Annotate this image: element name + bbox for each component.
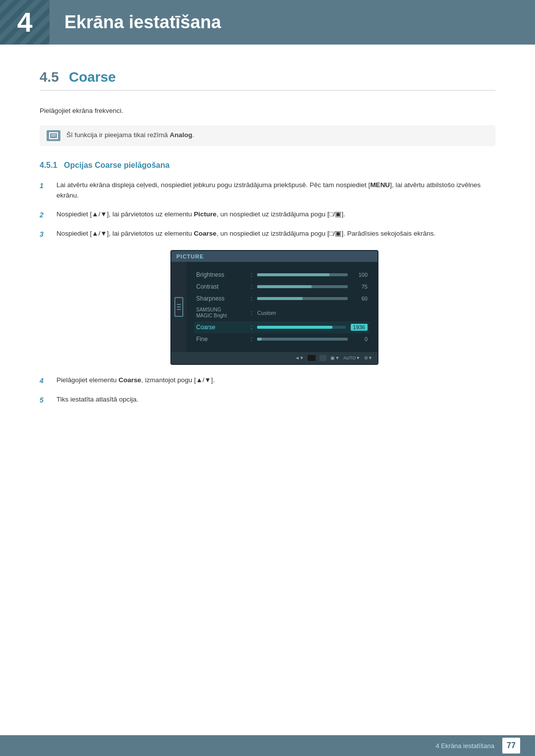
- menu-item-sharpness: Sharpness : 60: [196, 293, 368, 304]
- steps-list-continued: 4 Pielāgojiet elementu Coarse, izmantojo…: [40, 375, 495, 406]
- fine-bar-container: 0: [257, 336, 368, 342]
- fine-label: Fine: [196, 336, 251, 343]
- chapter-header: 4 Ekrāna iestatīšana: [0, 0, 535, 45]
- sharpness-fill: [257, 297, 302, 300]
- list-item: 5 Tiks iestatīta atlasītā opcija.: [40, 394, 495, 405]
- coarse-value: 1936: [351, 324, 368, 331]
- menu-item-contrast: Contrast : 75: [196, 281, 368, 293]
- menu-item-coarse: Coarse : 1936: [194, 321, 370, 333]
- note-icon: [47, 130, 60, 141]
- list-item: 1 Lai atvērtu ekrāna displeja ceļvedi, n…: [40, 180, 495, 201]
- step-content-1: Lai atvērtu ekrāna displeja ceļvedi, nos…: [56, 180, 495, 201]
- section-title: Coarse: [69, 69, 116, 85]
- steps-list: 1 Lai atvērtu ekrāna displeja ceļvedi, n…: [40, 180, 495, 240]
- contrast-fill: [257, 285, 312, 288]
- monitor-bottom-bar: ◄▼ ▣▼ AUTO▼ ⚙▼: [171, 352, 377, 364]
- footer-chapter-label: 4 Ekrāna iestatīšana: [435, 742, 494, 750]
- note-text: Šī funkcija ir pieejama tikai režīmā Ana…: [66, 130, 194, 140]
- step-number-5: 5: [40, 394, 54, 405]
- monitor-frame: PICTURE Brightne: [170, 250, 378, 365]
- list-item: 4 Pielāgojiet elementu Coarse, izmantojo…: [40, 375, 495, 386]
- note-box: Šī funkcija ir pieejama tikai režīmā Ana…: [40, 125, 495, 146]
- brightness-label: Brightness: [196, 271, 251, 278]
- fine-fill: [257, 338, 262, 341]
- sidebar-lines: [177, 304, 181, 310]
- contrast-bar: [257, 285, 348, 288]
- coarse-bar: [257, 326, 345, 329]
- sharpness-bar: [257, 297, 348, 300]
- main-content: 4.5 Coarse Pielāgojiet ekrāna frekvenci.…: [0, 45, 535, 453]
- list-item: 3 Nospiediet [▲/▼], lai pārvietotos uz e…: [40, 228, 495, 240]
- monitor-sidebar-icon: [174, 297, 183, 317]
- sharpness-value: 60: [353, 296, 368, 302]
- chapter-number: 4: [17, 8, 32, 36]
- section-heading: 4.5 Coarse: [40, 69, 495, 91]
- sharpness-colon: :: [251, 295, 252, 302]
- step-content-4: Pielāgojiet elementu Coarse, izmantojot …: [56, 375, 495, 386]
- coarse-fill: [257, 326, 332, 329]
- step-number-3: 3: [40, 228, 54, 240]
- monitor-left-panel: [171, 262, 186, 352]
- step-content-3: Nospiediet [▲/▼], lai pārvietotos uz ele…: [56, 228, 495, 239]
- coarse-colon: :: [251, 324, 252, 331]
- btn-square-black: [308, 355, 316, 361]
- sharpness-label: Sharpness: [196, 295, 251, 302]
- note-bold-word: Analog: [170, 131, 193, 139]
- step-number-1: 1: [40, 180, 54, 191]
- note-icon-inner: [49, 132, 58, 139]
- step-content-5: Tiks iestatīta atlasītā opcija.: [56, 394, 495, 405]
- monitor-top-bar: PICTURE: [171, 251, 377, 262]
- chapter-title: Ekrāna iestatīšana: [50, 0, 221, 45]
- btn-left-arrow: ◄▼: [295, 355, 304, 360]
- subsection-title: Opcijas Coarse pielāgošana: [64, 161, 169, 169]
- monitor-body-container: Brightness : 100 Contrast :: [171, 262, 377, 352]
- monitor-screenshot: PICTURE Brightne: [54, 250, 495, 365]
- btn-square-dark: [320, 355, 326, 361]
- sharpness-bar-container: 60: [257, 296, 368, 302]
- coarse-label: Coarse: [196, 324, 251, 331]
- subsection-number: 4.5.1: [40, 161, 57, 169]
- step-number-4: 4: [40, 375, 54, 386]
- brightness-bar-container: 100: [257, 272, 368, 278]
- brightness-bar: [257, 273, 348, 276]
- page-number: 77: [502, 738, 520, 754]
- section-number: 4.5: [40, 69, 59, 85]
- btn-right-arrow: ▣▼: [330, 355, 339, 360]
- monitor-menu-body: Brightness : 100 Contrast :: [186, 262, 377, 352]
- line1: [177, 304, 181, 305]
- fine-bar: [257, 338, 348, 341]
- contrast-label: Contrast: [196, 283, 251, 290]
- magic-bright-colon: :: [251, 309, 252, 316]
- btn-gear: ⚙▼: [364, 355, 373, 360]
- subsection-heading: 4.5.1 Opcijas Coarse pielāgošana: [40, 161, 495, 170]
- magic-bright-value: Custom: [257, 310, 276, 316]
- contrast-value: 75: [353, 284, 368, 290]
- step-content-2: Nospiediet [▲/▼], lai pārvietotos uz ele…: [56, 209, 495, 220]
- menu-item-magic-bright: SAMSUNGMAGIC Bright : Custom: [196, 304, 368, 321]
- list-item: 2 Nospiediet [▲/▼], lai pārvietotos uz e…: [40, 209, 495, 220]
- line2: [177, 306, 181, 307]
- contrast-bar-container: 75: [257, 284, 368, 290]
- magic-bright-label: SAMSUNGMAGIC Bright: [196, 307, 251, 319]
- step-number-2: 2: [40, 209, 54, 220]
- fine-colon: :: [251, 336, 252, 343]
- intro-text: Pielāgojiet ekrāna frekvenci.: [40, 105, 495, 116]
- coarse-bar-container: 1936: [257, 324, 368, 331]
- chapter-number-box: 4: [0, 0, 50, 45]
- page-footer: 4 Ekrāna iestatīšana 77: [0, 735, 535, 756]
- brightness-fill: [257, 273, 329, 276]
- brightness-value: 100: [353, 272, 368, 278]
- btn-auto: AUTO▼: [343, 355, 360, 360]
- fine-value: 0: [353, 336, 368, 342]
- line3: [177, 309, 181, 310]
- brightness-colon: :: [251, 271, 252, 278]
- contrast-colon: :: [251, 283, 252, 290]
- monitor-menu-label: PICTURE: [176, 253, 204, 259]
- menu-item-fine: Fine : 0: [196, 333, 368, 345]
- menu-item-brightness: Brightness : 100: [196, 269, 368, 281]
